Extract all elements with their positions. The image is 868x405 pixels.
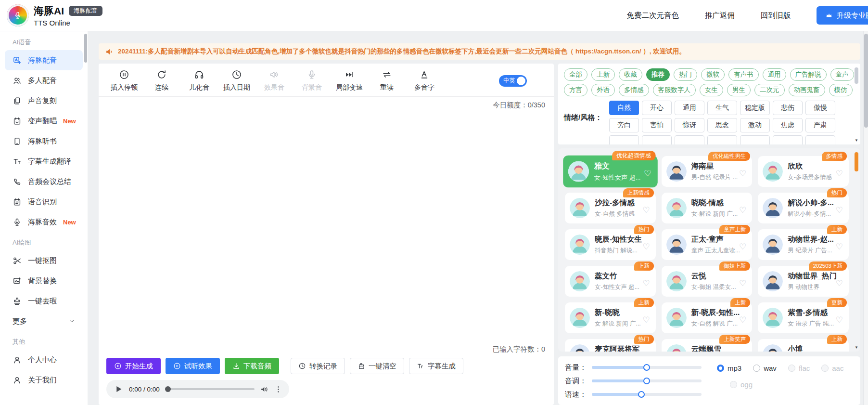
volume-icon[interactable] (260, 385, 269, 394)
heart-icon[interactable]: ♡ (644, 170, 651, 178)
heart-icon[interactable]: ♡ (836, 316, 843, 324)
toolbar-tool[interactable]: 多音字 (406, 69, 443, 92)
voice-card[interactable]: 雅文 女-知性女声 超... 优化超强情感 ♡ (563, 156, 657, 188)
voice-card[interactable]: 沙拉-多情感 女-自然 多情感 上新情感 ♡ (565, 193, 656, 223)
action-button[interactable]: 一键清空 (350, 358, 404, 374)
sidebar-item-more[interactable]: 更多 (5, 311, 83, 331)
heart-icon[interactable]: ♡ (739, 170, 746, 178)
filter-tag[interactable]: 客服数字人 (653, 84, 696, 96)
format-radio[interactable]: aac (821, 364, 843, 372)
sidebar-item[interactable]: 背景替换 (5, 271, 83, 291)
emotion-tab[interactable]: 严肃 (805, 118, 835, 132)
scroll-down-arrow-icon[interactable]: ▼ (854, 139, 859, 143)
player-menu-icon[interactable] (274, 385, 282, 393)
heart-icon[interactable]: ♡ (739, 316, 746, 324)
sidebar-item[interactable]: 音频会议总结 (5, 171, 83, 192)
format-radio[interactable]: mp3 (717, 364, 741, 372)
sidebar-item[interactable]: 变声翻唱 New (5, 111, 83, 131)
tags-scrollbar[interactable]: ▼ (855, 67, 858, 143)
emotion-tab[interactable]: 焦虑 (773, 118, 803, 132)
format-radio[interactable]: flac (788, 364, 810, 372)
filter-tag[interactable]: 热门 (674, 68, 697, 81)
emotion-tab[interactable]: 生气 (707, 101, 737, 115)
filter-tag[interactable]: 女生 (700, 84, 723, 96)
filter-tag[interactable]: 有声书 (728, 68, 759, 81)
emotion-tab-partial[interactable] (740, 135, 770, 144)
filter-tag[interactable]: 上新 (591, 68, 615, 81)
toolbar-tool[interactable]: 局部变速 (331, 69, 368, 92)
slider-thumb[interactable] (643, 364, 650, 371)
voice-card[interactable]: 动物世界-赵... 男 纪录片 广告... 上新 ♡ (758, 229, 849, 260)
filter-tag[interactable]: 广告解说 (790, 68, 827, 81)
player-seekbar[interactable] (165, 388, 255, 390)
emotion-tab[interactable]: 害怕 (642, 118, 672, 132)
action-button[interactable]: 试听效果 (166, 358, 220, 374)
emotion-tab-partial[interactable] (609, 135, 639, 144)
emotion-tab-partial[interactable] (642, 135, 672, 144)
toolbar-tool[interactable]: 重读 (368, 69, 406, 92)
sidebar-item[interactable]: 声音复刻 (5, 91, 83, 111)
heart-icon[interactable]: ♡ (739, 206, 746, 214)
slider-track[interactable] (592, 379, 702, 382)
sidebar-item[interactable]: 海豚配音 (5, 50, 83, 70)
format-radio[interactable]: wav (753, 364, 777, 372)
filter-tag[interactable]: 方言 (564, 84, 587, 96)
emotion-tab-partial[interactable] (707, 135, 737, 144)
heart-icon[interactable]: ♡ (836, 279, 843, 287)
emotion-tab[interactable]: 惊讶 (675, 118, 704, 132)
voice-card[interactable]: 新-晓辰-知性... 女-自然 解说 广... 上新 ♡ (662, 302, 753, 333)
upgrade-button[interactable]: 升级专业版 (817, 6, 868, 25)
action-button[interactable]: 转换记录 (291, 358, 345, 374)
filter-tag[interactable]: 微软 (701, 68, 725, 81)
emotion-tab[interactable]: 通用 (675, 101, 704, 115)
slider-track[interactable] (592, 393, 702, 396)
filter-tag[interactable]: 推荐 (646, 68, 670, 81)
emotion-tab-partial[interactable] (675, 135, 704, 144)
toolbar-tool[interactable]: 插入日期 (218, 69, 255, 92)
voice-card[interactable]: 正太-童声 童声 正太儿童读... 童声上新 ♡ (662, 229, 753, 260)
nav-referral[interactable]: 推广返佣 (705, 11, 735, 21)
sidebar-item[interactable]: 语音识别 (5, 192, 83, 212)
page-scrollbar[interactable] (863, 31, 868, 405)
action-button[interactable]: 下载音频 (225, 358, 279, 374)
emotion-tab[interactable]: 激动 (740, 118, 770, 132)
sidebar-item[interactable]: 海豚音效 New (5, 212, 83, 232)
filter-tag[interactable]: 模仿 (829, 84, 853, 96)
emotion-tab[interactable]: 悲伤 (773, 101, 803, 115)
filter-tag[interactable]: 外语 (591, 84, 615, 96)
voice-card[interactable]: 云端飘雪 女 温柔女声 自... 上新笑声 ♡ (662, 339, 753, 352)
filter-tag[interactable]: 男生 (727, 84, 751, 96)
voice-card[interactable]: 小博 男 多情感 解说... 上新 ♡ (758, 339, 849, 352)
nav-old-version[interactable]: 回到旧版 (761, 11, 791, 21)
voice-card[interactable]: 晓辰-知性女生 抖音热门 解说... 热门 ♡ (565, 229, 656, 260)
filter-tag[interactable]: 通用 (763, 68, 786, 81)
language-toggle[interactable]: 中英 (499, 75, 527, 87)
voice-card[interactable]: 欣欣 女-多场景多情感 多情感 ♡ (758, 156, 849, 187)
action-button[interactable]: 字幕生成 (409, 358, 463, 374)
sidebar-item[interactable]: 字幕生成翻译 (5, 151, 83, 171)
emotion-tab-partial[interactable] (805, 135, 835, 144)
voice-card[interactable]: 云悦 女-御姐 温柔女... 御姐上新 ♡ (662, 266, 753, 297)
emotion-tab[interactable]: 稳定版 (740, 101, 770, 115)
voices-scrollbar-thumb[interactable] (855, 152, 858, 171)
heart-icon[interactable]: ♡ (836, 243, 843, 251)
emotion-tab[interactable]: 傲慢 (805, 101, 835, 115)
heart-icon[interactable]: ♡ (642, 206, 650, 214)
slider-thumb[interactable] (643, 378, 650, 384)
voice-card[interactable]: 麦克阿瑟将军 男 五星上将 纪... 热门 ♡ (565, 339, 656, 352)
emotion-tab[interactable]: 开心 (642, 101, 672, 115)
sidebar-item[interactable]: 个人中心 (5, 350, 83, 370)
heart-icon[interactable]: ♡ (642, 243, 650, 251)
heart-icon[interactable]: ♡ (642, 316, 650, 324)
voice-card[interactable]: 动物世界_热门 男 动物世界 202503上新 ♡ (758, 266, 849, 297)
play-icon[interactable] (113, 384, 124, 394)
voice-card[interactable]: 解说小帅-多... 解说小帅-多情... 热门 ♡ (758, 193, 849, 223)
format-radio[interactable]: ogg (730, 380, 753, 389)
heart-icon[interactable]: ♡ (739, 243, 746, 251)
action-button[interactable]: 开始生成 (106, 358, 161, 374)
audio-player[interactable]: 0:00 / 0:00 (106, 380, 289, 398)
filter-tag[interactable]: 二次元 (754, 84, 785, 96)
nav-free-acgn-voices[interactable]: 免费二次元音色 (627, 11, 679, 21)
emotion-tab[interactable]: 旁白 (609, 118, 639, 132)
filter-tag[interactable]: 全部 (564, 68, 587, 81)
